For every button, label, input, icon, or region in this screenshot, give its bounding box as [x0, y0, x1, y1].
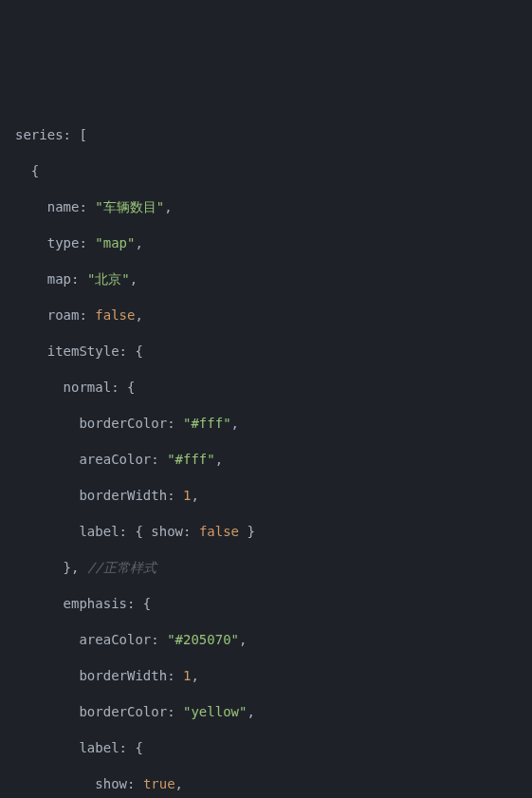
string-literal: "车辆数目" — [95, 199, 164, 214]
property: label — [79, 740, 119, 755]
code-line[interactable]: series: [ — [15, 126, 532, 144]
code-line[interactable]: areaColor: "#205070", — [15, 631, 532, 649]
code-line[interactable]: label: { — [15, 739, 532, 757]
property: borderColor — [79, 704, 167, 719]
code-line[interactable]: type: "map", — [15, 234, 532, 252]
boolean-literal: false — [199, 524, 239, 539]
string-literal: "yellow" — [183, 704, 247, 719]
code-line[interactable]: itemStyle: { — [15, 343, 532, 361]
string-literal: "#fff" — [167, 452, 215, 467]
string-literal: "#205070" — [167, 632, 239, 647]
property: normal — [64, 380, 112, 395]
code-line[interactable]: borderWidth: 1, — [15, 667, 532, 685]
property: roam — [47, 307, 80, 323]
code-line[interactable]: borderColor: "yellow", — [15, 703, 532, 721]
property: type — [47, 235, 80, 251]
code-editor[interactable]: series: [ { name: "车辆数目", type: "map", m… — [0, 90, 532, 798]
code-line[interactable]: borderColor: "#fff", — [15, 415, 532, 433]
code-line[interactable]: label: { show: false } — [15, 523, 532, 541]
property: emphasis — [64, 596, 127, 611]
string-literal: "map" — [95, 235, 135, 251]
code-line[interactable]: { — [15, 162, 532, 180]
code-line[interactable]: }, //正常样式 — [15, 559, 532, 577]
property: show — [151, 524, 183, 539]
code-line[interactable]: emphasis: { — [15, 595, 532, 613]
string-literal: "#fff" — [183, 416, 231, 431]
property: borderWidth — [79, 668, 167, 683]
property: borderWidth — [79, 488, 167, 503]
property: itemStyle — [47, 343, 119, 359]
property: series — [15, 127, 64, 142]
code-line[interactable]: areaColor: "#fff", — [15, 451, 532, 469]
comment: //正常样式 — [87, 560, 156, 575]
property: areaColor — [79, 632, 151, 647]
property: name — [47, 199, 80, 214]
code-line[interactable]: normal: { — [15, 379, 532, 397]
property: areaColor — [79, 452, 151, 467]
property: show — [95, 776, 127, 791]
boolean-literal: true — [143, 776, 175, 791]
code-line[interactable]: roam: false, — [15, 306, 532, 325]
code-line[interactable]: show: true, — [15, 775, 532, 793]
property: map — [47, 271, 71, 287]
boolean-literal: false — [95, 307, 135, 323]
code-line[interactable]: borderWidth: 1, — [15, 487, 532, 505]
string-literal: "北京" — [87, 271, 130, 287]
code-line[interactable]: map: "北京", — [15, 270, 532, 288]
property: label — [79, 524, 119, 539]
property: borderColor — [79, 416, 167, 431]
code-line[interactable]: name: "车辆数目", — [15, 198, 532, 216]
